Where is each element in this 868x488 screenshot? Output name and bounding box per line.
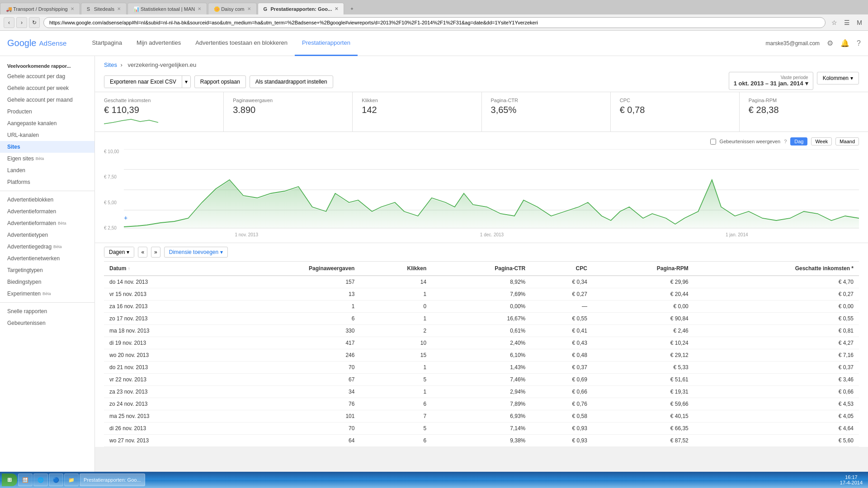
nav-arrow-next[interactable]: »: [151, 247, 160, 258]
sidebar-section-title[interactable]: Veelvoorkomende rappor...: [0, 60, 94, 70]
sidebar-item-platforms[interactable]: Platforms: [0, 176, 94, 188]
sidebar-item-producten[interactable]: Producten: [0, 106, 94, 117]
cell-clicks: 15: [360, 349, 432, 361]
cell-datum: zo 24 nov. 2013: [104, 398, 225, 410]
tab-close-1[interactable]: ✕: [117, 6, 121, 11]
sidebar-item-aangepaste-kanalen[interactable]: Aangepaste kanalen: [0, 117, 94, 129]
menu-startpagina[interactable]: Startpagina: [85, 31, 129, 56]
chart-area: Gebeurtenissen weergeven ? Dag Week Maan…: [95, 132, 868, 243]
taskbar-item-chrome[interactable]: 🔵: [49, 474, 63, 486]
sidebar-item-snelle-rapporten[interactable]: Snelle rapporten: [0, 305, 94, 317]
toggle-maand-button[interactable]: Maand: [835, 137, 859, 145]
notifications-icon[interactable]: 🔔: [840, 39, 849, 47]
col-income[interactable]: Geschatte inkomsten *: [694, 262, 859, 276]
star-icon[interactable]: ☆: [829, 18, 839, 28]
add-dimension-button[interactable]: Dimensie toevoegen ▾: [164, 247, 228, 258]
toggle-dag-button[interactable]: Dag: [790, 137, 807, 145]
sidebar-item-sites[interactable]: Sites: [0, 141, 94, 153]
export-csv-button[interactable]: Exporteren naar Excel CSV: [104, 76, 182, 88]
help-icon[interactable]: ?: [857, 39, 861, 47]
sidebar-item-dag[interactable]: Gehele account per dag: [0, 70, 94, 82]
sidebar-item-biedingstypen[interactable]: Biedingstypen: [0, 276, 94, 288]
tab-close-0[interactable]: ✕: [71, 6, 74, 11]
col-rpm[interactable]: Pagina-RPM: [593, 262, 694, 276]
settings-icon[interactable]: ⚙: [827, 39, 833, 47]
cell-income: € 0,55: [694, 313, 859, 325]
tab-close-4[interactable]: ✕: [335, 6, 338, 11]
browser-icons: ☆ ☰ M: [829, 18, 864, 28]
tab-1[interactable]: S Sitedeals ✕: [81, 3, 127, 14]
cell-ctr: 7,46%: [432, 374, 531, 386]
refresh-button[interactable]: ↻: [29, 17, 40, 28]
dimension-chevron-icon: ▾: [127, 249, 129, 255]
sidebar-item-advertentiegedrag[interactable]: Advertentiegedrag Bèta: [0, 241, 94, 253]
sidebar-item-advertentieformaten[interactable]: Advertentieformaten: [0, 206, 94, 217]
gebeurtenissen-label[interactable]: Gebeurtenissen weergeven: [720, 139, 781, 144]
menu-mijn-advertenties[interactable]: Mijn advertenties: [129, 31, 188, 56]
nav-arrow-prev[interactable]: «: [138, 247, 147, 258]
toggle-week-button[interactable]: Week: [811, 137, 832, 145]
sidebar-item-advertentietypen[interactable]: Advertentietypen: [0, 229, 94, 241]
set-default-button[interactable]: Als standaardrapport instellen: [250, 75, 333, 88]
gebeurtenissen-checkbox[interactable]: [710, 139, 716, 145]
cell-ctr: 2,94%: [432, 386, 531, 398]
cell-cpc: —: [531, 300, 593, 313]
date-range-value: 1 okt. 2013 – 31 jan. 2014 ▾: [734, 80, 808, 87]
taskbar-item-explorer[interactable]: 📁: [64, 474, 79, 486]
menu-toestaan-blokkeren[interactable]: Advertenties toestaan en blokkeren: [188, 31, 295, 56]
tab-0[interactable]: 🚚 Transport / Dropshipping ✕: [0, 3, 80, 14]
menu-icon[interactable]: ☰: [842, 18, 852, 28]
col-ctr[interactable]: Pagina-CTR: [432, 262, 531, 276]
date-range-button[interactable]: Vaste periode 1 okt. 2013 – 31 jan. 2014…: [729, 72, 813, 90]
col-klikken[interactable]: Klikken: [360, 262, 432, 276]
sidebar-item-targetingtypen[interactable]: Targetingtypen: [0, 264, 94, 276]
tab-close-3[interactable]: ✕: [247, 6, 251, 11]
tab-4[interactable]: G Prestatierapporten: Goo... ✕: [258, 3, 344, 14]
save-report-button[interactable]: Rapport opslaan: [194, 75, 246, 88]
sidebar-divider-1: [0, 191, 94, 191]
breadcrumb-parent[interactable]: Sites: [104, 61, 117, 68]
sidebar-item-experimenten[interactable]: Experimenten Bèta: [0, 288, 94, 300]
sidebar-item-landen[interactable]: Landen: [0, 164, 94, 176]
col-datum[interactable]: Datum ↑: [104, 262, 225, 276]
cell-datum: zo 17 nov. 2013: [104, 313, 225, 325]
col-cpc[interactable]: CPC: [531, 262, 593, 276]
sidebar-item-url-kanalen[interactable]: URL-kanalen: [0, 129, 94, 141]
tab-label-1: Sitedeals: [94, 6, 114, 12]
menu-prestatierapporten[interactable]: Prestatierapporten: [295, 31, 358, 56]
stat-value-pageviews: 3.890: [233, 105, 343, 115]
url-input[interactable]: [43, 17, 826, 28]
sidebar-item-maand[interactable]: Gehele account per maand: [0, 94, 94, 106]
sidebar-item-eigen-sites[interactable]: Eigen sites Bèta: [0, 153, 94, 164]
chart-plus-icon[interactable]: +: [124, 214, 127, 221]
taskbar-item-0[interactable]: 🪟: [18, 474, 33, 486]
kolommen-button[interactable]: Kolommen ▾: [817, 72, 859, 84]
sort-icon-datum: ↑: [128, 266, 130, 271]
taskbar-item-ie[interactable]: 🌐: [33, 474, 48, 486]
taskbar-item-active[interactable]: Prestatierapporten: Goo...: [80, 474, 145, 486]
start-button[interactable]: ⊞: [2, 474, 17, 486]
sidebar-item-week[interactable]: Gehele account per week: [0, 82, 94, 94]
sidebar-item-advertentieblokken[interactable]: Advertentieblokken: [0, 194, 94, 206]
sidebar-item-gebeurtenissen[interactable]: Gebeurtenissen: [0, 317, 94, 329]
sidebar-item-advertentieformaten-beta[interactable]: Advertentieformaten Bèta: [0, 217, 94, 229]
dimension-dagen-button[interactable]: Dagen ▾: [104, 247, 134, 257]
new-tab-btn[interactable]: +: [345, 3, 359, 14]
cell-ctr: 6,93%: [432, 410, 531, 422]
sidebar-item-advertentienetwerken[interactable]: Advertentienetwerken: [0, 253, 94, 264]
cell-ctr: 0,61%: [432, 325, 531, 337]
export-dropdown-arrow[interactable]: ▾: [182, 76, 190, 88]
tab-3[interactable]: 🌼 Daisy com ✕: [208, 3, 256, 14]
tab-2[interactable]: 📊 Statistieken totaal | MAN ✕: [127, 3, 207, 14]
cell-datum: di 19 nov. 2013: [104, 337, 225, 349]
x-label-dec: 1 dec. 2013: [480, 232, 504, 237]
sidebar-divider-2: [0, 302, 94, 303]
stat-klikken: Klikken 142: [353, 92, 481, 131]
back-button[interactable]: ‹: [4, 17, 14, 28]
col-pageviews[interactable]: Paginaweergaven: [225, 262, 360, 276]
cell-income: € 0,00: [694, 300, 859, 313]
mail-icon[interactable]: M: [854, 18, 864, 28]
tab-close-2[interactable]: ✕: [198, 6, 201, 11]
table-row: do 21 nov. 2013 70 1 1,43% € 0,37 € 5,33…: [104, 361, 859, 374]
forward-button[interactable]: ›: [16, 17, 27, 28]
